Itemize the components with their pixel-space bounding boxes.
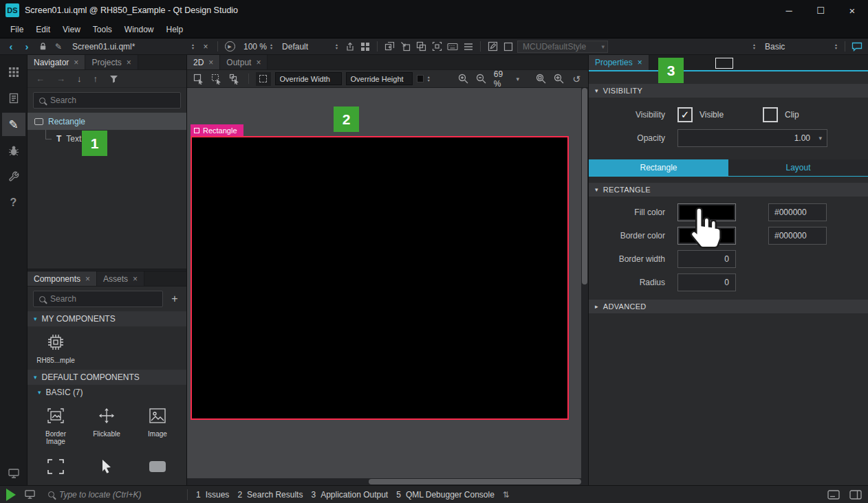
section-my-components[interactable]: ▾ MY COMPONENTS [28,311,186,326]
reset-view-icon[interactable]: ↺ [569,72,583,86]
close-document-icon[interactable]: × [199,40,213,54]
live-preview-icon[interactable]: ▶ [223,40,237,54]
run-button[interactable] [6,489,16,501]
forward-icon[interactable]: › [20,40,34,54]
canvas-color-icon[interactable] [417,75,424,82]
component-item[interactable] [36,456,76,477]
close-tab-icon[interactable]: × [638,58,642,67]
section-rectangle[interactable]: ▾ RECTANGLE [589,183,868,197]
component-mouse-area[interactable] [87,456,127,477]
popout-view-icon[interactable] [715,58,733,69]
share-icon[interactable] [343,40,356,54]
frame-icon[interactable] [501,40,515,54]
section-advanced[interactable]: ▸ ADVANCED [589,300,868,313]
kit-selector-icon[interactable] [2,462,25,485]
zoom-out-icon[interactable] [475,72,488,86]
menu-view[interactable]: View [56,22,87,37]
state-combo[interactable]: Default ▴▾ [277,41,340,52]
welcome-mode-icon[interactable] [2,60,25,84]
pane-qml-debugger-console[interactable]: 5 QML Debugger Console [396,490,495,500]
component-rectangle[interactable] [138,456,177,477]
close-tab-icon[interactable]: × [74,58,78,67]
zoom-in-icon[interactable] [457,72,470,86]
overlapping-items-icon[interactable] [414,40,428,54]
filter-icon[interactable] [109,75,118,83]
close-button[interactable]: × [836,0,868,21]
subtab-rectangle[interactable]: Rectangle [589,159,728,176]
open-document-combo[interactable]: Screen01.ui.qml* ▴▾ [67,41,197,52]
debug-mode-icon[interactable] [2,139,25,162]
list-view-icon[interactable] [462,40,475,54]
border-color-swatch[interactable] [677,227,736,245]
menu-file[interactable]: File [4,22,30,37]
scrollbar-thumb[interactable] [369,479,581,484]
fill-color-swatch[interactable] [677,203,736,221]
visible-checkbox[interactable]: ✓ [677,107,693,122]
preview-zoom-combo[interactable]: 100 % ▴▾ [239,41,275,52]
locator-field[interactable] [44,488,179,502]
override-width-input[interactable] [275,72,342,85]
pane-issues[interactable]: 1 Issues [196,490,229,500]
navigator-searchbox[interactable] [33,92,181,109]
close-tab-icon[interactable]: × [127,58,131,67]
tab-projects[interactable]: Projects × [85,55,138,69]
tab-navigator[interactable]: Navigator × [28,55,85,69]
create-component-icon[interactable] [382,40,396,54]
move-down-icon[interactable]: ↓ [77,74,82,84]
tab-components[interactable]: Components × [28,271,97,286]
radius-input[interactable]: 0 [677,273,736,291]
minimize-button[interactable]: ─ [773,0,805,21]
component-border-image[interactable]: Border Image [36,405,76,445]
kit-combo[interactable]: ▴▾ [696,43,758,51]
menu-window[interactable]: Window [118,22,160,37]
components-searchbox[interactable] [33,291,163,307]
edit-document-icon[interactable]: ✎ [52,40,65,54]
root-selection-icon[interactable] [210,72,224,86]
canvas-rectangle[interactable] [191,136,569,420]
output-pane-toggle-icon[interactable]: ⇅ [503,490,510,500]
section-default-components[interactable]: ▾ DEFAULT COMPONENTS [28,370,186,385]
move-to-component-icon[interactable] [398,40,412,54]
maximize-button[interactable]: ☐ [805,0,836,21]
spinner-icon[interactable]: ▴▾ [428,76,430,82]
component-image[interactable]: Image [138,405,177,445]
help-mode-icon[interactable]: ? [2,191,25,214]
subtab-layout[interactable]: Layout [728,159,868,176]
canvas-horizontal-scrollbar[interactable] [187,478,581,485]
lock-icon[interactable] [36,40,50,54]
canvas-zoom-value[interactable]: 69 % [492,69,512,89]
design-mode-icon[interactable]: ✎ [2,113,25,136]
zoom-fit-icon[interactable] [534,72,547,86]
selection-tag[interactable]: Rectangle [191,124,243,136]
add-module-icon[interactable]: + [169,293,181,305]
device-preview-icon[interactable] [24,489,36,500]
section-visibility[interactable]: ▾ VISIBILITY [589,84,868,98]
tree-item-rectangle[interactable]: Rectangle [28,113,186,130]
workspace-grid-icon[interactable] [358,40,372,54]
selection-frame-icon[interactable] [430,40,444,54]
tab-2d[interactable]: 2D × [187,55,220,69]
border-width-input[interactable]: 0 [677,250,736,268]
close-tab-icon[interactable]: × [208,58,213,67]
comment-icon[interactable] [850,40,864,54]
item-selection-icon[interactable] [228,72,241,86]
component-flickable[interactable]: Flickable [87,405,127,445]
tab-output[interactable]: Output × [220,55,268,69]
zoom-dropdown-icon[interactable]: ▾ [516,76,519,82]
section-basic[interactable]: ▾ BASIC (7) [28,385,186,400]
components-search-input[interactable] [50,294,157,304]
tools-mode-icon[interactable] [2,165,25,188]
progress-details-icon[interactable] [827,490,840,500]
move-right-icon[interactable]: → [56,74,65,84]
menu-help[interactable]: Help [160,22,190,37]
variant-combo[interactable]: Basic ▴▾ [760,41,840,52]
move-up-icon[interactable]: ↑ [94,74,98,84]
canvas-vertical-scrollbar[interactable] [581,88,588,478]
pane-application-output[interactable]: 3 Application Output [311,490,388,500]
selection-mode-icon[interactable] [192,72,206,86]
snapping-toggle-icon[interactable] [256,72,271,86]
fill-color-input[interactable]: #000000 [768,203,827,221]
close-tab-icon[interactable]: × [85,274,90,284]
close-tab-icon[interactable]: × [133,274,138,284]
back-icon[interactable]: ‹ [4,40,18,54]
